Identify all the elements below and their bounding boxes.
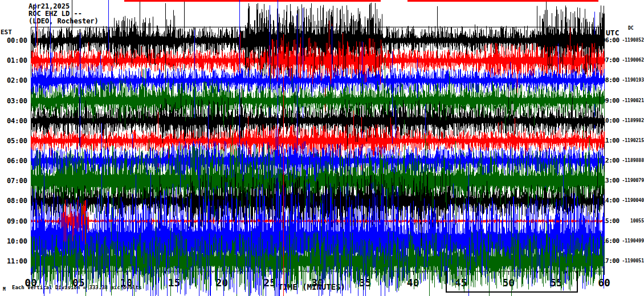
selection-box [446,271,578,293]
webicorder-display: Apr21,2025 ROC EHZ LD -- (LDEO, Rocheste… [0,0,644,296]
seismogram-trace-plot [0,0,644,296]
